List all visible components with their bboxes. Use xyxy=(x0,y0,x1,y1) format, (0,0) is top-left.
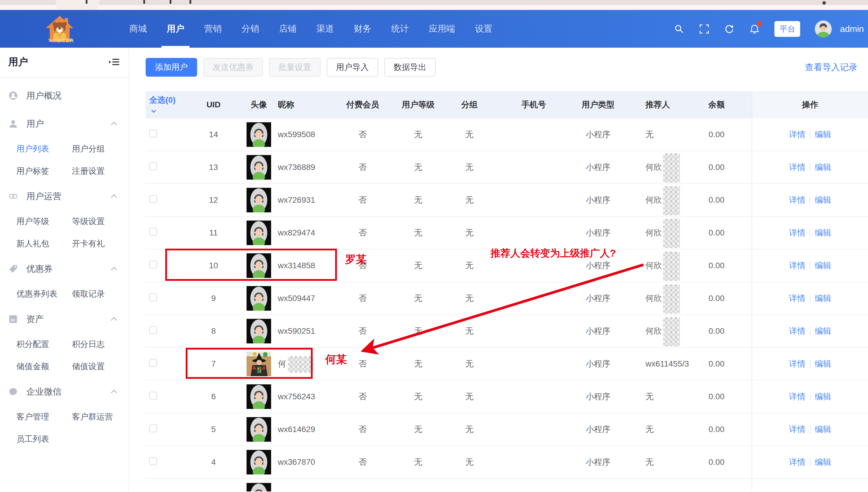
nav-item-6[interactable]: 渠道 xyxy=(316,10,334,48)
nav-item-7[interactable]: 财务 xyxy=(354,10,372,48)
row-checkbox[interactable] xyxy=(149,162,157,170)
sidebar-group-header[interactable]: 资产 xyxy=(8,305,121,333)
row-checkbox[interactable] xyxy=(149,293,157,301)
cell-balance: 0.00 xyxy=(682,458,751,467)
toolbar-button[interactable]: 数据导出 xyxy=(384,58,436,77)
row-checkbox[interactable] xyxy=(149,129,157,138)
row-checkbox[interactable] xyxy=(149,424,157,432)
cell-nickname: wx736889 xyxy=(272,163,330,172)
cell-avatar xyxy=(246,122,272,147)
row-checkbox[interactable] xyxy=(149,228,157,236)
cell-paid-member: 否 xyxy=(330,325,395,337)
sidebar-item[interactable]: 开卡有礼 xyxy=(72,232,121,255)
action-divider xyxy=(810,360,810,368)
sidebar-item[interactable]: 用户等级 xyxy=(16,210,72,232)
user-avatar[interactable] xyxy=(815,21,832,38)
edit-link[interactable]: 编辑 xyxy=(815,227,831,238)
row-checkbox[interactable] xyxy=(149,326,157,334)
browser-text-fragment xyxy=(86,0,87,4)
view-import-records-link[interactable]: 查看导入记录 xyxy=(805,62,858,73)
search-icon[interactable] xyxy=(674,24,684,34)
sidebar-item[interactable]: 用户列表 xyxy=(16,138,72,160)
avatar-image xyxy=(247,384,271,409)
sidebar-item[interactable]: 用户标签 xyxy=(16,160,72,182)
detail-link[interactable]: 详情 xyxy=(789,195,806,206)
toolbar-button[interactable]: 添加用户 xyxy=(146,58,197,77)
nav-item-1[interactable]: 商城 xyxy=(129,10,147,48)
sidebar-item[interactable]: 储值金额 xyxy=(16,355,72,378)
edit-link[interactable]: 编辑 xyxy=(815,162,831,173)
brand-logo[interactable]: Tobogo土拨购 xyxy=(45,15,75,43)
detail-link[interactable]: 详情 xyxy=(789,358,806,369)
sidebar-item[interactable]: 新人礼包 xyxy=(16,232,72,255)
edit-link[interactable]: 编辑 xyxy=(815,457,831,468)
censor-mosaic xyxy=(663,251,680,281)
sidebar-group-header[interactable]: 优惠券 xyxy=(8,255,121,283)
detail-link[interactable]: 详情 xyxy=(789,129,806,140)
notification-bell-icon[interactable] xyxy=(749,24,760,34)
cell-user-level: 无 xyxy=(395,391,442,402)
platform-button[interactable]: 平台 xyxy=(774,21,800,37)
sidebar-item[interactable]: 用户分组 xyxy=(72,138,121,160)
group-icon xyxy=(8,91,18,101)
sidebar-item[interactable]: 领取记录 xyxy=(72,283,121,305)
cell-paid-member: 否 xyxy=(330,227,395,238)
edit-link[interactable]: 编辑 xyxy=(815,325,831,337)
nav-item-4[interactable]: 分销 xyxy=(241,10,259,48)
detail-link[interactable]: 详情 xyxy=(789,391,806,402)
edit-link[interactable]: 编辑 xyxy=(815,424,831,435)
fullscreen-icon[interactable] xyxy=(699,24,710,34)
sidebar-group-header[interactable]: 用户 xyxy=(8,110,121,138)
edit-link[interactable]: 编辑 xyxy=(815,358,831,369)
cell-referrer: 无 xyxy=(626,391,682,402)
username-label[interactable]: admin xyxy=(840,24,864,34)
edit-link[interactable]: 编辑 xyxy=(815,260,831,271)
nav-item-2[interactable]: 用户 xyxy=(167,10,184,48)
action-divider xyxy=(810,262,810,270)
sidebar-item[interactable]: 优惠券列表 xyxy=(16,283,72,305)
toolbar-button[interactable]: 用户导入 xyxy=(327,58,378,77)
nav-item-5[interactable]: 店铺 xyxy=(279,10,297,48)
row-checkbox[interactable] xyxy=(149,392,157,399)
avatar-image xyxy=(247,286,271,311)
detail-link[interactable]: 详情 xyxy=(789,260,806,271)
avatar-image xyxy=(247,319,271,343)
sidebar-item[interactable]: 员工列表 xyxy=(16,428,72,450)
nav-item-9[interactable]: 应用端 xyxy=(429,10,455,48)
sidebar-item[interactable]: 储值设置 xyxy=(72,355,121,378)
detail-link[interactable]: 详情 xyxy=(789,293,806,304)
select-all[interactable]: 全选(0) xyxy=(149,95,176,115)
sidebar-item[interactable]: 客户管理 xyxy=(16,406,72,428)
menu-fold-icon[interactable] xyxy=(109,57,121,67)
nav-item-10[interactable]: 设置 xyxy=(475,10,492,48)
sidebar-group-header[interactable]: 用户运营 xyxy=(8,182,121,210)
detail-link[interactable]: 详情 xyxy=(789,227,806,238)
cell-paid-member: 否 xyxy=(330,260,395,271)
detail-link[interactable]: 详情 xyxy=(789,162,806,173)
edit-link[interactable]: 编辑 xyxy=(815,195,831,206)
sidebar-item[interactable]: 等级设置 xyxy=(72,210,121,232)
sidebar-item[interactable]: 积分日志 xyxy=(72,333,121,355)
detail-link[interactable]: 详情 xyxy=(789,325,806,337)
edit-link[interactable]: 编辑 xyxy=(815,293,831,304)
row-checkbox[interactable] xyxy=(149,359,157,367)
sidebar-item[interactable]: 客户群运营 xyxy=(72,406,121,428)
table-row: 14 wx599508 否 无 无 小程序 无 0.00 详情 编辑 xyxy=(146,119,868,151)
sidebar-group-header[interactable]: 企业微信 xyxy=(8,378,121,406)
cell-actions: 详情 编辑 xyxy=(751,348,868,380)
detail-link[interactable]: 详情 xyxy=(789,424,806,435)
row-checkbox[interactable] xyxy=(149,457,157,465)
nav-item-3[interactable]: 营销 xyxy=(204,10,222,48)
browser-text-fragment xyxy=(170,0,171,4)
sidebar-item[interactable]: 积分配置 xyxy=(16,333,72,355)
edit-link[interactable]: 编辑 xyxy=(815,129,831,140)
detail-link[interactable]: 详情 xyxy=(789,457,806,468)
row-checkbox[interactable] xyxy=(149,261,157,269)
nav-item-8[interactable]: 统计 xyxy=(391,10,409,48)
cell-user-type: 小程序 xyxy=(570,195,626,206)
sidebar-group-header[interactable]: 用户概况 xyxy=(8,82,121,110)
refresh-icon[interactable] xyxy=(724,24,735,34)
sidebar-item[interactable]: 注册设置 xyxy=(72,160,121,182)
edit-link[interactable]: 编辑 xyxy=(815,391,831,402)
row-checkbox[interactable] xyxy=(149,195,157,203)
